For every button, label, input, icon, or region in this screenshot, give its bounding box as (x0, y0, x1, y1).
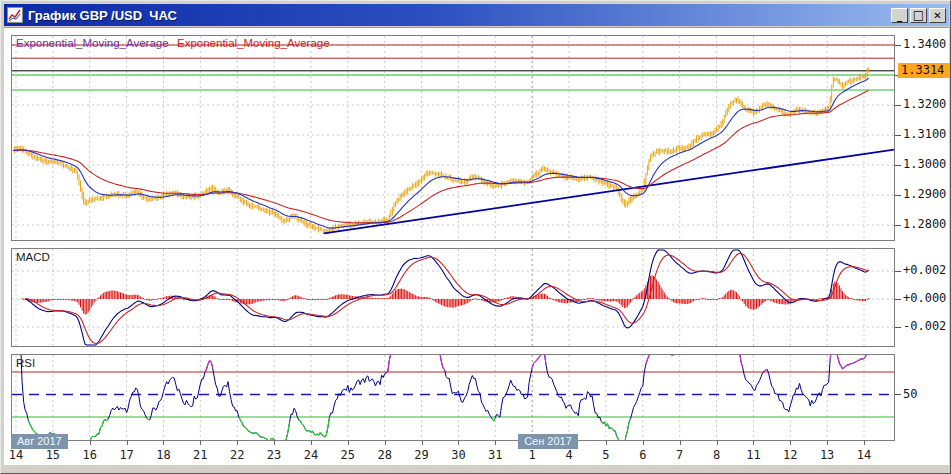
time-axis-tick (422, 440, 423, 445)
ema-fast-legend: Exponential_Moving_Average (16, 37, 169, 49)
time-axis-tick (717, 440, 718, 445)
time-axis-label: 29 (405, 448, 439, 462)
chart-icon (7, 7, 23, 23)
price-axis-label: 1.2800 (903, 217, 946, 231)
time-axis-tick (827, 440, 828, 445)
time-axis-tick (864, 440, 865, 445)
time-axis-label: 25 (331, 448, 365, 462)
time-axis-label: 23 (257, 448, 291, 462)
time-axis-tick (237, 440, 238, 445)
time-axis-tick (643, 440, 644, 445)
minimize-icon: _ (897, 10, 902, 21)
time-axis-label: 1 (515, 448, 549, 462)
time-axis-label: 14 (0, 448, 33, 462)
macd-signal-line (25, 253, 868, 343)
time-axis-label: 7 (663, 448, 697, 462)
time-axis-tick (385, 440, 386, 445)
time-axis-label: 18 (146, 448, 180, 462)
time-axis-label: 13 (810, 448, 844, 462)
rsi-axis-tick (895, 394, 901, 395)
time-axis-tick (274, 440, 275, 445)
month-label: Сен 2017 (518, 434, 578, 449)
price-axis-tick (895, 165, 901, 166)
time-axis-tick (200, 440, 201, 445)
time-axis-label: 22 (220, 448, 254, 462)
rsi-axis-label: 50 (903, 387, 917, 401)
chart-client-area: Exponential_Moving_Average Exponential_M… (4, 27, 949, 465)
chart-window: График GBP /USD ЧАС _ □ ✕ Exponential_Mo… (0, 0, 951, 474)
price-axis-label: 1.3200 (903, 97, 946, 111)
window-controls: _ □ ✕ (891, 8, 946, 23)
rsi-overbought-segment (16, 355, 869, 372)
time-axis-tick (311, 440, 312, 445)
time-axis-label: 30 (441, 448, 475, 462)
macd-axis-tick (895, 271, 901, 272)
time-axis-label: 31 (478, 448, 512, 462)
current-price-tag: 1.3314 (898, 63, 951, 78)
time-axis-label: 6 (626, 448, 660, 462)
macd-axis-tick (895, 299, 901, 300)
price-axis-tick (895, 195, 901, 196)
rsi-label: RSI (16, 357, 35, 369)
macd-axis-tick (895, 327, 901, 328)
title-bar[interactable]: График GBP /USD ЧАС _ □ ✕ (4, 4, 949, 26)
time-axis-label: 12 (773, 448, 807, 462)
time-axis-tick (680, 440, 681, 445)
time-axis-label: 24 (294, 448, 328, 462)
ema-fast-line (13, 78, 869, 228)
time-axis-tick (90, 440, 91, 445)
time-axis-tick (753, 440, 754, 445)
close-icon: ✕ (933, 10, 941, 21)
price-axis-label: 1.3400 (903, 37, 946, 51)
price-axis-label: 1.2900 (903, 187, 946, 201)
ema-slow-legend: Exponential_Moving_Average (177, 37, 330, 49)
time-axis-label: 17 (110, 448, 144, 462)
macd-axis-label: +0.002 (903, 263, 946, 277)
time-axis-label: 4 (552, 448, 586, 462)
time-axis-label: 5 (589, 448, 623, 462)
close-button[interactable]: ✕ (929, 8, 946, 23)
macd-axis-label: +0.000 (903, 291, 946, 305)
price-axis-label: 1.3000 (903, 157, 946, 171)
time-axis-tick (495, 440, 496, 445)
macd-histogram (22, 275, 869, 314)
time-axis-label: 28 (368, 448, 402, 462)
time-axis-label: 11 (736, 448, 770, 462)
time-axis-label: 8 (700, 448, 734, 462)
price-bars (15, 67, 869, 234)
maximize-icon: □ (913, 9, 924, 21)
price-axis-tick (895, 135, 901, 136)
time-axis-tick (127, 440, 128, 445)
macd-panel[interactable] (11, 248, 895, 347)
price-axis-tick (895, 105, 901, 106)
time-axis-tick (458, 440, 459, 445)
price-chart-panel[interactable] (11, 35, 895, 241)
time-axis-label: 14 (847, 448, 881, 462)
minimize-button[interactable]: _ (891, 8, 908, 23)
maximize-button[interactable]: □ (910, 8, 927, 23)
time-axis-label: 21 (183, 448, 217, 462)
trendline (324, 149, 894, 233)
month-label: Авг 2017 (11, 434, 68, 449)
time-axis-label: 16 (73, 448, 107, 462)
time-axis-tick (606, 440, 607, 445)
macd-label: MACD (16, 251, 50, 263)
window-title: График GBP /USD ЧАС (28, 8, 177, 23)
price-axis-tick (895, 225, 901, 226)
time-axis-label: 15 (36, 448, 70, 462)
rsi-line (16, 355, 869, 440)
price-axis-label: 1.3100 (903, 127, 946, 141)
time-axis-tick (163, 440, 164, 445)
macd-line (25, 250, 868, 345)
macd-axis-label: -0.002 (903, 319, 946, 333)
price-axis-tick (895, 45, 901, 46)
rsi-panel[interactable] (11, 354, 895, 441)
time-axis-tick (348, 440, 349, 445)
time-axis-tick (790, 440, 791, 445)
